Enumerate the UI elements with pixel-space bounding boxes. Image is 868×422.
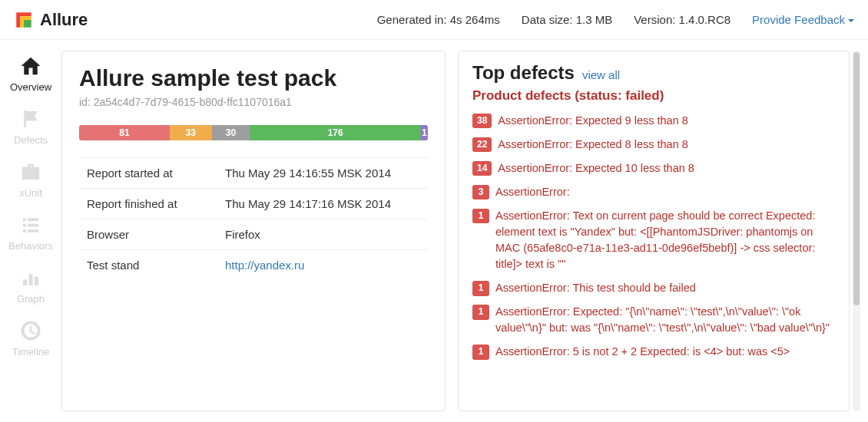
nav-overview[interactable]: Overview (4, 51, 58, 96)
defect-message: AssertionError: Expected 10 less than 8 (498, 160, 835, 176)
defect-row[interactable]: 1AssertionError: 5 is not 2 + 2 Expected… (472, 344, 835, 360)
defects-list: 38AssertionError: Expected 9 less than 8… (472, 113, 835, 360)
info-key: Test stand (79, 250, 217, 281)
defect-count-badge: 3 (472, 185, 489, 199)
test-stand-link[interactable]: http://yandex.ru (225, 259, 304, 272)
scrollbar-thumb[interactable] (853, 52, 860, 305)
defect-row[interactable]: 14AssertionError: Expected 10 less than … (472, 160, 835, 176)
info-table: Report started atThu May 29 14:16:55 MSK… (79, 157, 428, 280)
nav-label: Defects (14, 134, 48, 146)
content: Allure sample test pack id: 2a54c4d7-7d7… (61, 40, 868, 422)
header-right: Generated in: 4s 264ms Data size: 1.3 MB… (377, 13, 854, 26)
info-row: BrowserFirefox (79, 219, 428, 250)
brand-wrap: Allure (14, 10, 88, 30)
provide-feedback-link[interactable]: Provide Feedback (752, 13, 854, 26)
defect-row[interactable]: 3AssertionError: (472, 184, 835, 200)
nav-xunit[interactable]: xUnit (4, 157, 58, 202)
defect-row[interactable]: 38AssertionError: Expected 9 less than 8 (472, 113, 835, 129)
defect-message: AssertionError: Expected: "{\n\"name\": … (495, 304, 835, 336)
defect-count-badge: 1 (472, 345, 489, 359)
info-value: http://yandex.ru (217, 250, 428, 281)
page-id: id: 2a54c4d7-7d79-4615-b80d-ffc1107016a1 (79, 96, 428, 108)
generated-in: Generated in: 4s 264ms (377, 13, 500, 26)
nav-label: Graph (17, 293, 45, 305)
info-value: Thu May 29 14:17:16 MSK 2014 (217, 189, 428, 219)
status-segment[interactable]: 30 (212, 125, 250, 140)
info-key: Report finished at (79, 189, 217, 219)
nav-graph[interactable]: Graph (4, 262, 58, 308)
nav-label: Overview (10, 81, 51, 93)
info-row: Report finished atThu May 29 14:17:16 MS… (79, 189, 428, 219)
info-row: Report started atThu May 29 14:16:55 MSK… (79, 158, 428, 189)
defect-count-badge: 1 (472, 305, 489, 319)
defect-row[interactable]: 1AssertionError: Expected: "{\n\"name\":… (472, 304, 835, 336)
defect-message: AssertionError: 5 is not 2 + 2 Expected:… (495, 344, 835, 360)
brand-text: Allure (40, 10, 88, 30)
defect-message: AssertionError: Expected 8 less than 8 (498, 137, 835, 153)
info-key: Report started at (79, 158, 217, 189)
info-value: Firefox (217, 219, 428, 250)
nav-label: xUnit (19, 187, 42, 199)
home-icon (18, 54, 43, 78)
defect-row[interactable]: 22AssertionError: Expected 8 less than 8 (472, 137, 835, 153)
defects-subtitle: Product defects (status: failed) (472, 88, 835, 104)
app-header: Allure Generated in: 4s 264ms Data size:… (0, 0, 868, 40)
nav-timeline[interactable]: Timeline (4, 315, 58, 361)
defect-message: AssertionError: Text on current page sho… (495, 208, 835, 272)
defect-message: AssertionError: This test should be fail… (495, 280, 835, 296)
briefcase-icon (18, 160, 43, 184)
provide-feedback-label: Provide Feedback (752, 13, 845, 26)
status-segment[interactable]: 176 (250, 125, 420, 140)
version: Version: 1.4.0.RC8 (634, 13, 731, 26)
overview-panel: Allure sample test pack id: 2a54c4d7-7d7… (61, 51, 446, 411)
defect-count-badge: 38 (472, 114, 492, 128)
status-bar[interactable]: 8133301761 (79, 125, 428, 140)
chevron-down-icon (848, 19, 854, 22)
nav-label: Behaviors (8, 240, 53, 252)
info-value: Thu May 29 14:16:55 MSK 2014 (217, 158, 428, 189)
nav-behaviors[interactable]: Behaviors (4, 209, 58, 255)
defect-message: AssertionError: (495, 184, 835, 200)
list-icon (18, 213, 43, 237)
defect-row[interactable]: 1AssertionError: This test should be fai… (472, 280, 835, 296)
defects-title: Top defects (472, 62, 575, 84)
data-size: Data size: 1.3 MB (522, 13, 612, 26)
defect-message: AssertionError: Expected 9 less than 8 (498, 113, 835, 129)
scrollbar[interactable] (853, 51, 860, 411)
defect-count-badge: 1 (472, 281, 489, 295)
defect-count-badge: 14 (472, 161, 492, 176)
defects-panel: Top defects view all Product defects (st… (458, 51, 850, 411)
clock-icon (18, 318, 43, 343)
sidebar: Overview Defects xUnit Behaviors Graph (0, 40, 61, 422)
layout: Overview Defects xUnit Behaviors Graph (0, 40, 868, 422)
bar-chart-icon (18, 265, 43, 290)
info-key: Browser (79, 219, 217, 250)
status-segment[interactable]: 1 (421, 125, 428, 140)
defect-count-badge: 22 (472, 137, 492, 152)
page-title: Allure sample test pack (79, 65, 428, 91)
defects-header: Top defects view all (472, 62, 835, 84)
flag-icon (18, 107, 43, 131)
info-row: Test standhttp://yandex.ru (79, 250, 428, 281)
defect-count-badge: 1 (472, 209, 489, 223)
status-segment[interactable]: 81 (79, 125, 170, 140)
status-segment[interactable]: 33 (170, 125, 211, 140)
allure-logo-icon (14, 10, 34, 30)
nav-label: Timeline (12, 346, 50, 358)
defect-row[interactable]: 1AssertionError: Text on current page sh… (472, 208, 835, 272)
nav-defects[interactable]: Defects (4, 104, 58, 149)
view-all-link[interactable]: view all (582, 68, 620, 81)
